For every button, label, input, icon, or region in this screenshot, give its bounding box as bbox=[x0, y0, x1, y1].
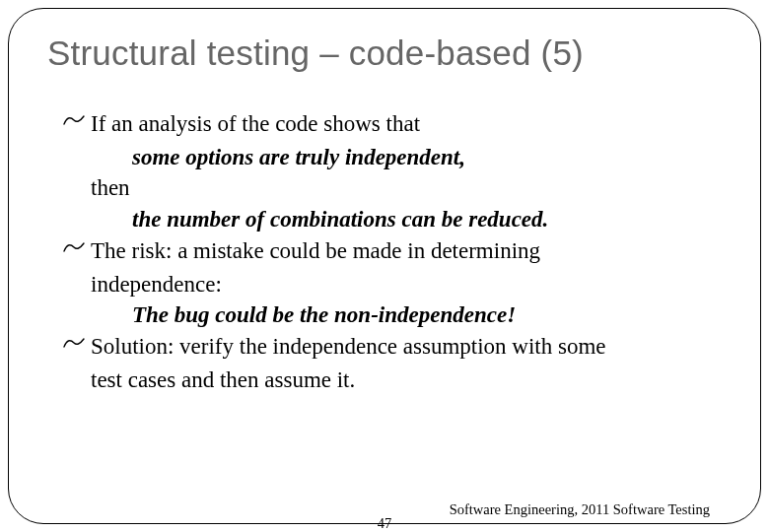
bullet-3-cont: test cases and then assume it. bbox=[63, 365, 722, 396]
bullet-glyph-icon bbox=[63, 237, 85, 261]
emphasis-3: The bug could be the non-independence! bbox=[63, 299, 722, 331]
emphasis-1: some options are truly independent, bbox=[63, 142, 722, 173]
bullet-2-cont: independence: bbox=[63, 269, 722, 300]
then-line: then bbox=[63, 172, 722, 204]
bullet-2: The risk: a mistake could be made in det… bbox=[63, 235, 722, 267]
bullet-glyph-icon bbox=[63, 333, 85, 357]
emphasis-2: the number of combinations can be reduce… bbox=[63, 204, 722, 235]
bullet-1-text: If an analysis of the code shows that bbox=[91, 111, 420, 136]
bullet-3-text: Solution: verify the independence assump… bbox=[91, 334, 606, 359]
slide-title: Structural testing – code-based (5) bbox=[47, 33, 730, 73]
bullet-3: Solution: verify the independence assump… bbox=[63, 331, 722, 363]
bullet-1: If an analysis of the code shows that bbox=[63, 108, 722, 140]
slide-body: If an analysis of the code shows that so… bbox=[63, 108, 722, 396]
slide: Structural testing – code-based (5) If a… bbox=[0, 0, 769, 532]
bullet-glyph-icon bbox=[63, 110, 85, 134]
page-number: 47 bbox=[0, 515, 769, 532]
bullet-2-text: The risk: a mistake could be made in det… bbox=[91, 238, 540, 263]
